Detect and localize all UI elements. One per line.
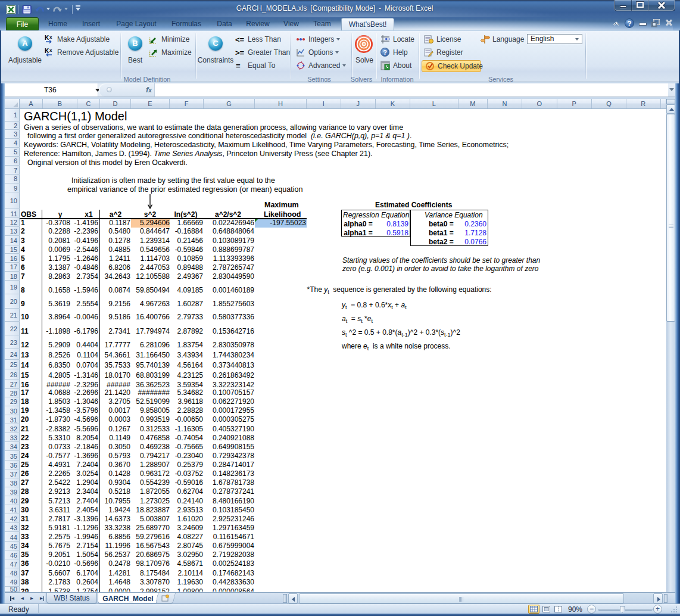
- svg-text:<=: <=: [235, 35, 245, 44]
- svg-text:x: x: [49, 48, 52, 53]
- svg-text:K: K: [45, 35, 49, 41]
- svg-text:>=: >=: [235, 48, 245, 57]
- svg-text:K: K: [45, 48, 49, 54]
- svg-text:x: x: [49, 35, 52, 40]
- svg-text:=: =: [236, 61, 241, 70]
